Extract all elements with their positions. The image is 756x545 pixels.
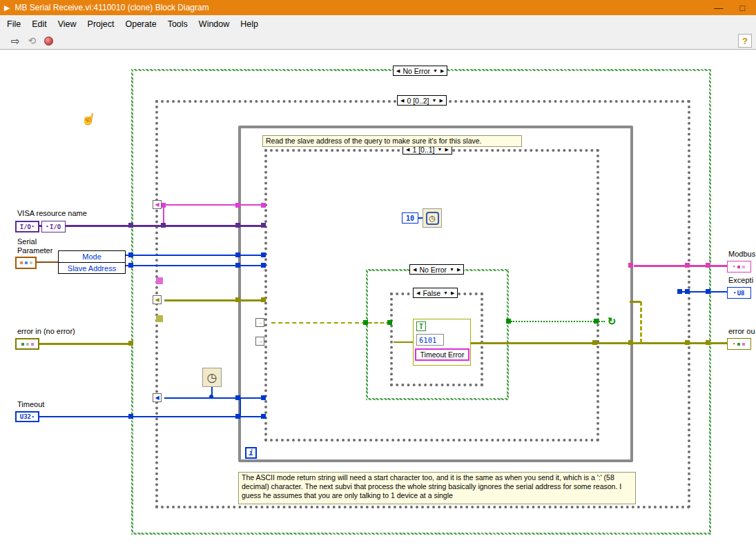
inner-case-selector[interactable]: ◀ No Error ▼ ▶ xyxy=(409,264,464,275)
wire-error-out[interactable] xyxy=(641,342,727,344)
wire-error-vert-dashed[interactable] xyxy=(640,301,642,343)
wait-ms-constant[interactable]: 10 xyxy=(402,212,418,224)
wire-visa-branch[interactable] xyxy=(164,204,265,206)
true-constant[interactable]: T xyxy=(416,321,426,331)
terminal-arrow-icon: ▸ xyxy=(733,264,735,269)
false-dropdown-icon[interactable]: ▼ xyxy=(443,290,448,295)
window-title: MB Serial Receive.vi:4110010 (clone) Blo… xyxy=(14,3,209,12)
exception-terminal[interactable]: ▸ U8 xyxy=(727,287,751,299)
false-case-label[interactable]: False xyxy=(423,289,440,297)
timeout-terminal[interactable]: U32 ▸ xyxy=(15,411,39,422)
iteration-terminal[interactable]: i xyxy=(245,447,257,459)
outer-case-selector[interactable]: ◀ No Error ▼ ▶ xyxy=(393,66,447,76)
terminal-arrow-icon: ▸ xyxy=(32,415,35,419)
menu-edit[interactable]: Edit xyxy=(26,17,52,31)
menu-tools[interactable]: Tools xyxy=(162,17,193,31)
block-diagram-canvas[interactable]: ◀ ◀ ◀ → → ◀ No Error ▼ ▶ ◀ 0 [0..2] ▼ ▶ … xyxy=(0,50,756,545)
seq-next-icon[interactable]: ▶ xyxy=(439,98,443,103)
error-bundle-group[interactable]: T 6101 Timeout Error xyxy=(413,319,471,366)
menu-file[interactable]: File xyxy=(1,17,26,31)
sequence-local-filled[interactable] xyxy=(156,315,163,322)
timeout-label: Timeout xyxy=(17,400,44,409)
sequence-local-filled[interactable] xyxy=(156,277,163,284)
visa-resource-terminal-2[interactable]: ▸ I/O xyxy=(41,221,66,232)
run-button-icon[interactable]: ⇨ xyxy=(11,36,20,46)
error-code-constant[interactable]: 6101 xyxy=(416,334,444,346)
inner-case-label[interactable]: No Error xyxy=(419,266,447,274)
wire-timeout[interactable] xyxy=(39,416,265,417)
false-case-selector[interactable]: ◀ False ▼ ▶ xyxy=(413,288,458,298)
wire-error-to-bundle[interactable] xyxy=(394,341,413,343)
false-next-icon[interactable]: ▶ xyxy=(451,290,454,295)
case2-prev-icon[interactable]: ◀ xyxy=(413,267,416,272)
outer-sequence-selector[interactable]: ◀ 0 [0..2] ▼ ▶ xyxy=(397,95,447,106)
titlebar[interactable]: ▶ MB Serial Receive.vi:4110010 (clone) B… xyxy=(0,0,756,15)
unbundle-by-name-node[interactable]: Mode Slave Address xyxy=(58,250,126,274)
error-out-terminal[interactable]: ▸ xyxy=(727,338,751,350)
seq2-dropdown-icon[interactable]: ▼ xyxy=(438,147,443,152)
seq2-prev-icon[interactable]: ◀ xyxy=(406,147,409,152)
false-prev-icon[interactable]: ◀ xyxy=(416,290,420,295)
menu-view[interactable]: View xyxy=(52,17,82,31)
menu-help[interactable]: Help xyxy=(235,17,264,31)
tunnel-arrow-error[interactable]: → xyxy=(255,318,264,327)
outer-case-label[interactable]: No Error xyxy=(403,67,430,75)
error-in-terminal[interactable] xyxy=(15,338,39,350)
wire-error-in[interactable] xyxy=(39,343,133,345)
wait-ms-function[interactable]: ◷ xyxy=(423,208,442,228)
toolbar: ⇨ ⟲ ? xyxy=(0,32,756,50)
visa-resource-terminal[interactable]: I/O ▸ xyxy=(15,221,39,232)
minimize-button[interactable]: — xyxy=(714,3,723,13)
wire-modbus[interactable] xyxy=(634,265,727,267)
case-prev-icon[interactable]: ◀ xyxy=(396,68,400,73)
wire-serial-cluster[interactable] xyxy=(37,261,58,263)
wire-error-out-inner[interactable] xyxy=(471,342,641,344)
sequence-local-timeout[interactable]: ◀ xyxy=(153,393,162,402)
wire-error-stub[interactable] xyxy=(630,301,641,303)
timing-clock-function[interactable]: ◷ xyxy=(202,368,222,387)
wire-error-dashed-1[interactable] xyxy=(271,322,366,324)
tunnel-arrow-bool[interactable]: → xyxy=(255,337,264,346)
wire-visa[interactable] xyxy=(39,225,266,227)
menu-window[interactable]: Window xyxy=(193,17,235,31)
cluster-bit xyxy=(20,261,23,264)
error-in-label: error in (no error) xyxy=(17,327,75,336)
case-next-icon[interactable]: ▶ xyxy=(440,68,444,73)
run-continuous-icon[interactable]: ⟲ xyxy=(28,36,37,46)
visa-terminal2-text: I/O xyxy=(50,224,61,230)
case-dropdown-icon[interactable]: ▼ xyxy=(433,68,438,73)
tunnel xyxy=(235,203,240,208)
context-help-icon[interactable]: ? xyxy=(738,34,752,48)
timing-clock-icon: ◷ xyxy=(207,370,217,385)
serial-parameter-terminal[interactable] xyxy=(15,257,37,269)
menu-project[interactable]: Project xyxy=(82,17,120,31)
sequence-local-error[interactable]: ◀ xyxy=(153,295,162,304)
tunnel xyxy=(628,340,633,345)
maximize-button[interactable]: □ xyxy=(739,3,745,13)
error-message-constant[interactable]: Timeout Error xyxy=(415,348,469,361)
seq-dropdown-icon[interactable]: ▼ xyxy=(432,98,437,103)
unbundle-slave-address-field[interactable]: Slave Address xyxy=(59,262,125,273)
wire-slave-address[interactable] xyxy=(126,265,265,266)
sequence-local-visa[interactable]: ◀ xyxy=(153,200,162,209)
wire-mode[interactable] xyxy=(126,255,265,256)
seq-prev-icon[interactable]: ◀ xyxy=(400,98,404,103)
case2-dropdown-icon[interactable]: ▼ xyxy=(449,267,454,272)
tunnel xyxy=(706,263,710,268)
wire-error-local[interactable] xyxy=(164,299,265,301)
wire-visa-branch-vert[interactable] xyxy=(163,206,164,225)
unbundle-mode-field[interactable]: Mode xyxy=(59,251,125,262)
wire-loop-condition[interactable] xyxy=(511,321,605,322)
modbus-terminal[interactable]: ▸ xyxy=(727,261,751,272)
comment-slave-address[interactable]: Read the slave address of the query to m… xyxy=(262,135,522,147)
comment-ascii-mode[interactable]: The ASCII mode return string will need a… xyxy=(238,472,636,504)
menu-operate[interactable]: Operate xyxy=(119,17,162,31)
abort-button-icon[interactable] xyxy=(44,37,53,46)
outer-sequence-label[interactable]: 0 [0..2] xyxy=(407,97,429,105)
tunnel xyxy=(685,289,690,294)
seq2-next-icon[interactable]: ▶ xyxy=(445,147,448,152)
loop-condition-terminal[interactable]: ↻ xyxy=(605,315,619,328)
case2-next-icon[interactable]: ▶ xyxy=(457,267,461,272)
tunnel xyxy=(128,263,133,268)
wire-clock[interactable] xyxy=(164,397,265,399)
